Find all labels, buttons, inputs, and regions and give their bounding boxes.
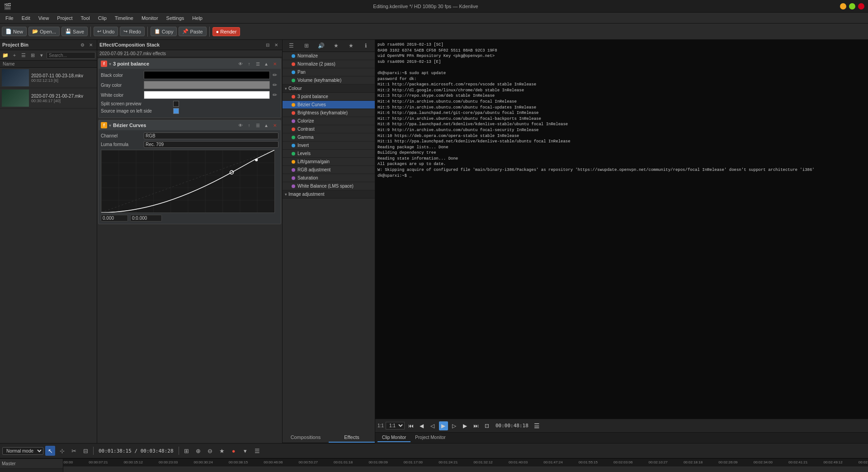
monitor-settings-icon[interactable]: ☰ xyxy=(533,421,542,430)
black-color-swatch[interactable] xyxy=(144,71,270,79)
gray-color-swatch[interactable] xyxy=(144,81,270,89)
effects-item-rgbadjustment[interactable]: RGB adjustment xyxy=(283,166,375,174)
maximize-button[interactable] xyxy=(849,3,855,9)
effects-item-contrast[interactable]: Contrast xyxy=(283,125,375,133)
menu-settings[interactable]: Settings xyxy=(163,14,188,22)
bin-grid-view-icon[interactable]: ⊞ xyxy=(28,51,37,59)
menu-tool[interactable]: Tool xyxy=(77,14,94,22)
effects-item-normalize[interactable]: Normalize xyxy=(283,52,375,60)
tl-zoom-out-icon[interactable]: ⊖ xyxy=(205,446,215,456)
save-button[interactable]: 💾 Save xyxy=(61,27,88,36)
bin-add-folder-icon[interactable]: 📁 xyxy=(1,51,9,59)
menu-project[interactable]: Project xyxy=(53,14,76,22)
project-bin-close-icon[interactable]: ✕ xyxy=(87,41,94,48)
effect-stack-layout-icon[interactable]: ⊟ xyxy=(264,41,271,48)
bin-list-view-icon[interactable]: ☰ xyxy=(19,51,28,59)
new-button[interactable]: 📄 New xyxy=(2,27,27,36)
tl-tool-cut[interactable]: ✂ xyxy=(69,446,79,456)
menu-view[interactable]: View xyxy=(35,14,53,22)
bezier-input-y[interactable] xyxy=(130,215,162,222)
tab-compositions[interactable]: Compositions xyxy=(283,433,329,443)
bin-filter-icon[interactable]: ▾ xyxy=(38,51,46,59)
white-color-pick-icon[interactable]: ✏ xyxy=(271,91,278,99)
tab-clip-monitor[interactable]: Clip Monitor xyxy=(377,434,410,442)
effects-item-liftgammagain[interactable]: Lift/gamma/gain xyxy=(283,158,375,166)
effect-1-menu-icon[interactable]: ☰ xyxy=(254,122,261,129)
timeline-ruler[interactable]: 00:00:00:0000:00:07:2100:00:15:1200:00:2… xyxy=(63,459,868,467)
monitor-step-back-icon[interactable]: ◀ xyxy=(417,421,426,430)
effect-1-delete-icon[interactable]: ✕ xyxy=(271,122,278,129)
effects-cat-imageadj-header[interactable]: ▾ Image adjustment xyxy=(283,190,375,198)
channel-select[interactable]: RGB Red Green Blue xyxy=(144,132,278,139)
effects-item-whitebalance[interactable]: White Balance (LMS space) xyxy=(283,182,375,190)
monitor-skip-start-icon[interactable]: ⏮ xyxy=(406,421,415,430)
tl-more-icon[interactable]: ▾ xyxy=(241,446,250,456)
effects-panel-info-icon[interactable]: ℹ xyxy=(362,41,371,50)
minimize-button[interactable] xyxy=(840,3,846,9)
monitor-next-frame-icon[interactable]: ▷ xyxy=(450,421,459,430)
effects-cat-colour-header[interactable]: ▾ Colour xyxy=(283,85,375,93)
tl-record-icon[interactable]: ● xyxy=(229,446,239,456)
menu-help[interactable]: Help xyxy=(189,14,206,22)
effects-item-saturation[interactable]: Saturation xyxy=(283,174,375,182)
tl-tool-spacer[interactable]: ⊟ xyxy=(80,446,90,456)
split-screen-checkbox[interactable] xyxy=(173,101,179,107)
monitor-skip-end-icon[interactable]: ⏭ xyxy=(472,421,481,430)
redo-button[interactable]: ↪ Redo xyxy=(120,27,144,36)
bin-item-1[interactable]: 2020-07-09 21-00-27.mkv 00:30:46:17 [40] xyxy=(0,88,97,109)
luma-select[interactable]: Rec. 709 Rec. 601 xyxy=(144,141,278,148)
bezier-curve-canvas[interactable] xyxy=(101,150,275,213)
tl-snap-icon[interactable]: ⊞ xyxy=(182,446,192,456)
black-color-pick-icon[interactable]: ✏ xyxy=(271,71,278,79)
tl-settings-icon[interactable]: ☰ xyxy=(252,446,262,456)
timeline-mode-select[interactable]: Normal mode xyxy=(2,447,43,455)
effects-item-brightness[interactable]: Brightness (keyframable) xyxy=(283,109,375,117)
render-button[interactable]: ● Render xyxy=(212,27,241,36)
effects-panel-grid-icon[interactable]: ⊞ xyxy=(302,41,311,50)
gray-color-pick-icon[interactable]: ✏ xyxy=(271,81,278,89)
effects-item-invert[interactable]: Invert xyxy=(283,142,375,150)
tl-tool-select[interactable]: ⊹ xyxy=(57,446,67,456)
menu-clip[interactable]: Clip xyxy=(94,14,110,22)
effect-1-expand-icon[interactable]: ▲ xyxy=(263,122,270,129)
tl-tool-arrow[interactable]: ↖ xyxy=(45,446,55,456)
effects-panel-star1-icon[interactable]: ★ xyxy=(332,41,341,50)
search-input[interactable] xyxy=(47,52,95,59)
effect-0-visibility-icon[interactable]: 👁 xyxy=(237,60,244,67)
effect-1-visibility-icon[interactable]: 👁 xyxy=(237,122,244,129)
monitor-loop-icon[interactable]: ⊡ xyxy=(482,421,491,430)
monitor-zoom-select[interactable]: 1:1 xyxy=(386,422,405,430)
effects-item-beziercurves[interactable]: Bézier Curves xyxy=(283,101,375,109)
monitor-prev-frame-icon[interactable]: ◁ xyxy=(428,421,437,430)
bin-add-clip-icon[interactable]: + xyxy=(10,51,19,59)
effects-item-volume[interactable]: Volume (keyframable) xyxy=(283,76,375,85)
effects-item-pan[interactable]: Pan xyxy=(283,68,375,76)
effects-item-normalize2pass[interactable]: Normalize (2 pass) xyxy=(283,60,375,68)
effects-item-colorize[interactable]: Colorize xyxy=(283,117,375,125)
effects-item-levels[interactable]: Levels xyxy=(283,150,375,158)
bezier-input-x[interactable] xyxy=(101,215,128,222)
white-color-swatch[interactable] xyxy=(144,91,270,99)
effects-panel-list-icon[interactable]: ☰ xyxy=(287,41,296,50)
effects-item-3pointbalance[interactable]: 3 point balance xyxy=(283,93,375,101)
close-button[interactable] xyxy=(858,3,864,9)
monitor-play-button[interactable]: ▶ xyxy=(439,421,448,430)
effect-item-1-header[interactable]: f ▾ Bézier Curves 👁 ↑ ☰ ▲ ✕ xyxy=(99,120,281,130)
paste-button[interactable]: 📌 Paste xyxy=(179,27,206,36)
effects-panel-volume-icon[interactable]: 🔊 xyxy=(317,41,326,50)
open-button[interactable]: 📂 Open... xyxy=(28,27,60,36)
tl-zoom-in-icon[interactable]: ⊕ xyxy=(193,446,203,456)
menu-monitor[interactable]: Monitor xyxy=(138,14,162,22)
menu-file[interactable]: File xyxy=(2,14,17,22)
effects-item-gamma[interactable]: Gamma xyxy=(283,133,375,142)
menu-timeline[interactable]: Timeline xyxy=(111,14,137,22)
tab-effects[interactable]: Effects xyxy=(329,433,375,443)
effects-panel-star2-icon[interactable]: ★ xyxy=(347,41,356,50)
tl-star-icon[interactable]: ★ xyxy=(217,446,227,456)
bin-item-0[interactable]: 2020-07-11 00-23-18.mkv 00:02:12:13 [6] xyxy=(0,68,97,88)
effect-0-delete-icon[interactable]: ✕ xyxy=(271,60,278,67)
copy-button[interactable]: 📋 Copy xyxy=(151,27,177,36)
project-bin-settings-icon[interactable]: ⚙ xyxy=(79,41,86,48)
effect-0-menu-icon[interactable]: ☰ xyxy=(254,60,261,67)
effect-0-expand-icon[interactable]: ▲ xyxy=(263,60,270,67)
